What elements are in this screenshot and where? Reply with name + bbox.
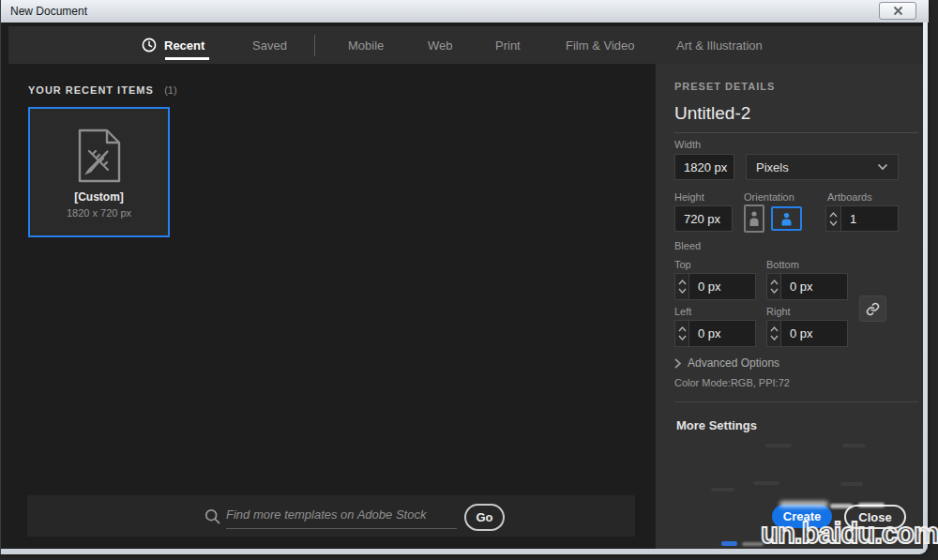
tab-label: Saved <box>252 38 287 53</box>
height-input[interactable] <box>674 205 733 232</box>
preset-details-heading: PRESET DETAILS <box>674 81 775 92</box>
link-icon <box>866 302 880 316</box>
watermark-logo-fragment <box>721 541 737 546</box>
close-button[interactable]: Close <box>844 505 906 529</box>
custom-document-icon <box>76 129 123 183</box>
tab-label: Mobile <box>348 38 384 53</box>
bleed-bottom-label: Bottom <box>766 259 799 270</box>
tab-saved[interactable]: Saved <box>252 26 287 64</box>
recent-item-card[interactable]: [Custom] 1820 x 720 px <box>28 107 170 237</box>
bleed-left-label: Left <box>674 306 691 317</box>
go-button[interactable]: Go <box>464 504 505 531</box>
portrait-icon <box>749 210 760 227</box>
tab-label: Film & Video <box>566 38 634 53</box>
orientation-landscape-button[interactable] <box>771 206 802 231</box>
blur-artifact <box>711 488 734 492</box>
bleed-right-label: Right <box>766 306 791 317</box>
stepper-up-icon <box>829 212 838 218</box>
active-tab-underline <box>165 57 209 60</box>
artboards-label: Artboards <box>827 191 872 203</box>
bleed-label: Bleed <box>674 240 701 251</box>
landscape-icon <box>779 212 794 226</box>
bleed-link-button[interactable] <box>859 295 886 322</box>
new-document-dialog: New Document Recent Sa <box>0 0 938 560</box>
window-frame: New Document Recent Sa <box>0 0 928 554</box>
advanced-options-label: Advanced Options <box>688 356 779 370</box>
stepper-down-icon <box>829 220 838 226</box>
close-icon <box>893 6 903 16</box>
chevron-right-icon <box>674 358 681 369</box>
tab-label: Art & Illustration <box>676 38 763 53</box>
bleed-top-input[interactable] <box>688 273 756 300</box>
tab-art-illustration[interactable]: Art & Illustration <box>676 26 763 64</box>
tab-label: Web <box>428 38 453 53</box>
width-input[interactable] <box>674 154 734 180</box>
recent-item-dimensions: 1820 x 720 px <box>67 207 131 219</box>
search-icon <box>204 508 220 524</box>
divider <box>674 401 918 402</box>
chevron-down-icon <box>877 163 888 171</box>
bleed-top-stepper[interactable] <box>674 273 688 300</box>
width-label: Width <box>674 139 701 150</box>
tab-bar: Recent Saved Mobile Web Print Film & Vid… <box>8 26 923 64</box>
watermark-smudge <box>742 542 764 546</box>
tab-divider <box>314 35 315 56</box>
color-mode-info: Color Mode:RGB, PPI:72 <box>674 377 790 388</box>
recent-item-name: [Custom] <box>74 190 124 204</box>
stepper-up-icon <box>678 280 687 285</box>
stepper-up-icon <box>678 326 687 332</box>
document-name-field[interactable]: Untitled-2 <box>674 103 750 124</box>
blur-artifact <box>753 481 779 485</box>
units-value: Pixels <box>756 160 789 174</box>
tab-mobile[interactable]: Mobile <box>348 26 384 64</box>
blur-artifact <box>842 444 866 447</box>
bleed-right-stepper[interactable] <box>766 320 780 347</box>
advanced-options-toggle[interactable]: Advanced Options <box>674 356 779 370</box>
tab-label: Recent <box>164 38 204 53</box>
stepper-up-icon <box>770 326 779 332</box>
blur-artifact <box>840 482 863 486</box>
title-bar: New Document <box>1 0 929 23</box>
window-title: New Document <box>10 5 87 18</box>
stepper-down-icon <box>678 335 687 341</box>
units-dropdown[interactable]: Pixels <box>746 154 899 180</box>
adobe-stock-search-bar: Go <box>27 495 635 537</box>
bleed-left-stepper[interactable] <box>674 320 688 347</box>
divider <box>674 132 918 133</box>
recent-items-title: YOUR RECENT ITEMS <box>28 84 154 96</box>
artboards-input[interactable] <box>840 205 899 232</box>
height-label: Height <box>674 191 704 203</box>
stepper-up-icon <box>770 280 779 285</box>
clock-icon <box>142 38 157 53</box>
orientation-portrait-button[interactable] <box>744 204 764 233</box>
tab-web[interactable]: Web <box>428 26 453 64</box>
bleed-bottom-stepper[interactable] <box>766 273 780 300</box>
stepper-down-icon <box>770 335 779 341</box>
bleed-bottom-input[interactable] <box>780 273 848 300</box>
stepper-down-icon <box>678 288 687 294</box>
create-button[interactable]: Create <box>772 505 832 528</box>
tab-label: Print <box>495 38 521 53</box>
bleed-top-label: Top <box>674 259 691 270</box>
bleed-left-input[interactable] <box>688 320 756 347</box>
tab-print[interactable]: Print <box>495 26 521 64</box>
more-settings-button[interactable]: More Settings <box>676 418 757 432</box>
stepper-down-icon <box>770 288 779 294</box>
recent-items-heading: YOUR RECENT ITEMS (1) <box>28 81 177 98</box>
preset-details-panel: PRESET DETAILS Untitled-2 Width Pixels H… <box>656 64 923 549</box>
tab-film-video[interactable]: Film & Video <box>566 26 634 64</box>
blur-artifact <box>765 444 792 447</box>
window-close-button[interactable] <box>879 2 916 20</box>
orientation-label: Orientation <box>744 191 794 203</box>
recent-items-count: (1) <box>164 84 176 96</box>
search-input[interactable] <box>226 501 457 529</box>
artboards-stepper[interactable] <box>825 205 840 232</box>
bleed-right-input[interactable] <box>780 320 848 347</box>
